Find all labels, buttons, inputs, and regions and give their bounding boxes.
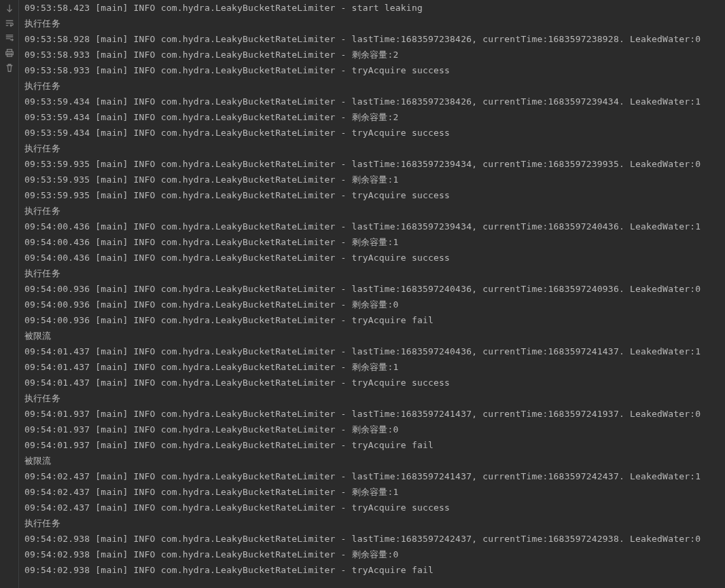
gutter — [0, 0, 19, 588]
log-line: 09:53:59.434 [main] INFO com.hydra.Leaky… — [24, 109, 720, 125]
log-line: 09:54:01.937 [main] INFO com.hydra.Leaky… — [24, 406, 720, 422]
log-line: 执行任务 — [24, 78, 720, 94]
log-line: 09:54:00.436 [main] INFO com.hydra.Leaky… — [24, 234, 720, 250]
log-line: 09:53:59.434 [main] INFO com.hydra.Leaky… — [24, 94, 720, 109]
log-line: 09:54:00.936 [main] INFO com.hydra.Leaky… — [24, 312, 720, 328]
log-line: 09:54:00.436 [main] INFO com.hydra.Leaky… — [24, 219, 720, 234]
log-line: 09:54:02.437 [main] INFO com.hydra.Leaky… — [24, 500, 720, 515]
log-line: 09:54:00.936 [main] INFO com.hydra.Leaky… — [24, 297, 720, 312]
log-line: 09:53:58.928 [main] INFO com.hydra.Leaky… — [24, 31, 720, 47]
log-line: 09:54:01.437 [main] INFO com.hydra.Leaky… — [24, 359, 720, 375]
log-line: 09:54:02.437 [main] INFO com.hydra.Leaky… — [24, 484, 720, 500]
log-line: 09:54:00.436 [main] INFO com.hydra.Leaky… — [24, 250, 720, 265]
log-line: 被限流 — [24, 453, 720, 468]
scroll-to-end-icon[interactable] — [4, 33, 15, 43]
log-line: 09:53:59.434 [main] INFO com.hydra.Leaky… — [24, 125, 720, 141]
log-line: 被限流 — [24, 328, 720, 344]
log-line: 09:54:01.937 [main] INFO com.hydra.Leaky… — [24, 437, 720, 453]
log-line: 执行任务 — [24, 203, 720, 219]
arrow-down-icon[interactable] — [4, 3, 15, 14]
log-line: 执行任务 — [24, 515, 720, 531]
trash-icon[interactable] — [4, 62, 15, 73]
log-line: 09:54:02.437 [main] INFO com.hydra.Leaky… — [24, 468, 720, 484]
log-line: 09:53:58.423 [main] INFO com.hydra.Leaky… — [24, 0, 720, 16]
log-line: 09:54:02.938 [main] INFO com.hydra.Leaky… — [24, 531, 720, 547]
log-line: 执行任务 — [24, 141, 720, 156]
log-line: 09:54:01.437 [main] INFO com.hydra.Leaky… — [24, 344, 720, 359]
print-icon[interactable] — [4, 48, 15, 58]
log-line: 09:53:58.933 [main] INFO com.hydra.Leaky… — [24, 62, 720, 78]
wrap-icon[interactable] — [4, 18, 15, 29]
log-line: 执行任务 — [24, 265, 720, 281]
log-line: 09:54:02.938 [main] INFO com.hydra.Leaky… — [24, 562, 720, 578]
log-line: 09:53:59.935 [main] INFO com.hydra.Leaky… — [24, 172, 720, 187]
log-line: 09:53:59.935 [main] INFO com.hydra.Leaky… — [24, 187, 720, 203]
console-output[interactable]: 09:53:58.423 [main] INFO com.hydra.Leaky… — [19, 0, 725, 588]
log-line: 09:54:01.937 [main] INFO com.hydra.Leaky… — [24, 422, 720, 437]
log-line: 09:54:02.938 [main] INFO com.hydra.Leaky… — [24, 547, 720, 562]
log-line: 09:53:58.933 [main] INFO com.hydra.Leaky… — [24, 47, 720, 62]
log-line: 09:53:59.935 [main] INFO com.hydra.Leaky… — [24, 156, 720, 172]
log-line: 执行任务 — [24, 16, 720, 31]
log-line: 执行任务 — [24, 390, 720, 406]
log-line: 09:54:01.437 [main] INFO com.hydra.Leaky… — [24, 375, 720, 390]
log-line: 09:54:00.936 [main] INFO com.hydra.Leaky… — [24, 281, 720, 297]
